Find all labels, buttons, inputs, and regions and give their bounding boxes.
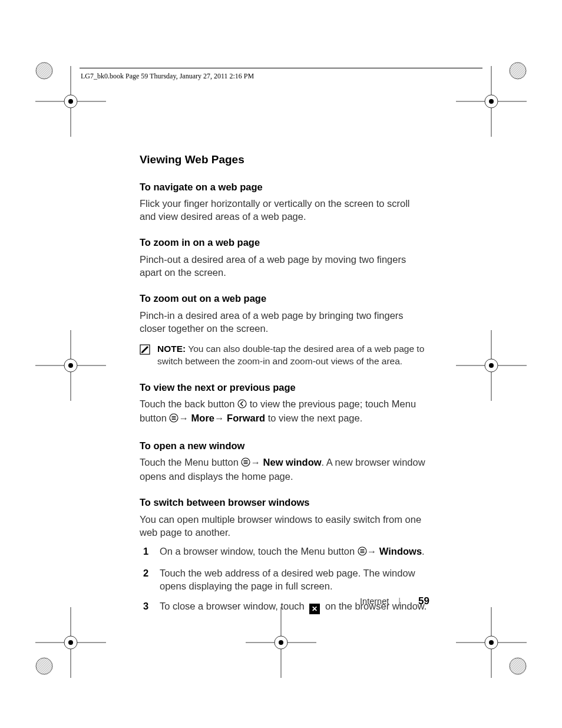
crop-header-text: LG7_bk0.book Page 59 Thursday, January 2… <box>81 72 254 81</box>
corner-mark-icon <box>506 654 530 678</box>
svg-point-14 <box>64 359 77 372</box>
svg-point-3 <box>510 658 526 674</box>
svg-point-23 <box>68 640 73 645</box>
registration-mark-icon <box>257 619 305 666</box>
subhead-switch: To switch between browser windows <box>140 496 428 509</box>
svg-point-10 <box>485 95 498 108</box>
svg-point-27 <box>279 640 283 645</box>
svg-point-33 <box>238 400 246 408</box>
registration-mark-icon <box>468 78 515 125</box>
windows-label: Windows <box>379 546 422 556</box>
page-footer: Internet | 59 <box>360 595 429 607</box>
forward-label: Forward <box>227 413 265 423</box>
text-fragment: . <box>422 546 425 556</box>
page-title: Viewing Web Pages <box>140 152 428 167</box>
page-number: 59 <box>418 595 429 607</box>
svg-point-1 <box>510 62 526 79</box>
svg-point-11 <box>489 99 494 104</box>
subhead-next-prev: To view the next or previous page <box>140 381 428 394</box>
svg-point-18 <box>485 359 498 372</box>
header-rule <box>80 68 482 68</box>
para-zoom-in: Pinch-out a desired area of a web page b… <box>140 253 428 279</box>
text-fragment: On a browser window, touch the Menu butt… <box>160 546 358 556</box>
para-new-window: Touch the Menu button → New window. A ne… <box>140 456 428 483</box>
menu-button-icon <box>358 546 367 559</box>
footer-section: Internet <box>360 597 389 606</box>
page-content: Viewing Web Pages To navigate on a web p… <box>140 152 428 621</box>
corner-mark-icon <box>32 59 56 83</box>
registration-mark-icon <box>468 342 515 389</box>
subhead-zoom-in: To zoom in on a web page <box>140 236 428 249</box>
text-fragment: Touch the back button <box>140 398 237 409</box>
note-block: NOTE: You can also double-tap the desire… <box>140 343 428 368</box>
subhead-navigate: To navigate on a web page <box>140 180 428 193</box>
svg-point-31 <box>489 640 494 645</box>
note-label: NOTE: <box>157 344 186 354</box>
para-next-prev: Touch the back button to view the previo… <box>140 397 428 426</box>
back-button-icon <box>237 398 247 411</box>
subhead-new-window: To open a new window <box>140 439 428 452</box>
svg-point-30 <box>485 636 498 649</box>
svg-point-26 <box>275 636 287 649</box>
note-body: You can also double-tap the desired area… <box>157 344 424 366</box>
svg-point-6 <box>64 95 77 108</box>
svg-point-7 <box>68 99 73 104</box>
corner-mark-icon <box>506 59 530 83</box>
svg-point-0 <box>36 62 52 79</box>
list-item: Touch the web address of a desired web p… <box>140 566 428 593</box>
subhead-zoom-out: To zoom out on a web page <box>140 292 428 305</box>
svg-point-22 <box>64 636 77 649</box>
svg-point-15 <box>68 363 73 368</box>
svg-point-19 <box>489 363 494 368</box>
text-fragment: Touch the Menu button <box>140 457 241 467</box>
corner-mark-icon <box>32 654 56 678</box>
registration-mark-icon <box>47 78 94 125</box>
para-switch-intro: You can open multiple browser windows to… <box>140 513 428 539</box>
note-icon <box>140 344 150 358</box>
para-zoom-out: Pinch-in a desired area of a web page by… <box>140 309 428 335</box>
menu-button-icon <box>169 413 178 426</box>
new-window-label: New window <box>263 457 322 467</box>
menu-button-icon <box>241 457 250 470</box>
close-icon: ✕ <box>309 604 320 614</box>
para-navigate: Flick your finger horizontally or vertic… <box>140 197 428 223</box>
registration-mark-icon <box>468 619 515 666</box>
text-fragment: To close a browser window, touch <box>160 601 307 611</box>
svg-point-2 <box>36 658 52 674</box>
more-label: More <box>191 413 214 423</box>
list-item: On a browser window, touch the Menu butt… <box>140 545 428 559</box>
text-fragment: to view the next page. <box>265 413 362 423</box>
registration-mark-icon <box>47 619 94 666</box>
registration-mark-icon <box>47 342 94 389</box>
